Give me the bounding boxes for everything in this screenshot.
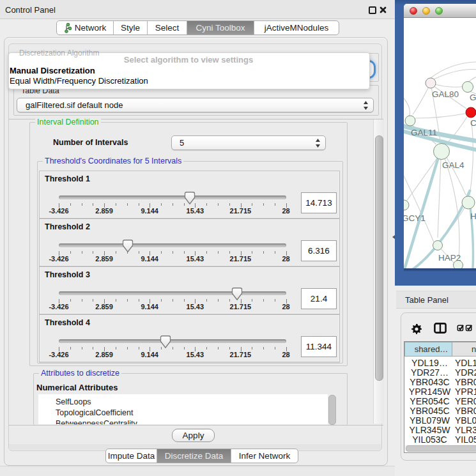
svg-text:GCY1: GCY1	[404, 213, 426, 223]
svg-text:GAL80: GAL80	[432, 89, 459, 99]
svg-text:GAL4: GAL4	[442, 160, 464, 170]
svg-text:H: H	[470, 211, 476, 221]
svg-text:C: C	[470, 118, 476, 128]
svg-text:HAP2: HAP2	[438, 253, 461, 263]
svg-text:GAL11: GAL11	[411, 128, 437, 137]
svg-text:GA: GA	[470, 93, 476, 102]
